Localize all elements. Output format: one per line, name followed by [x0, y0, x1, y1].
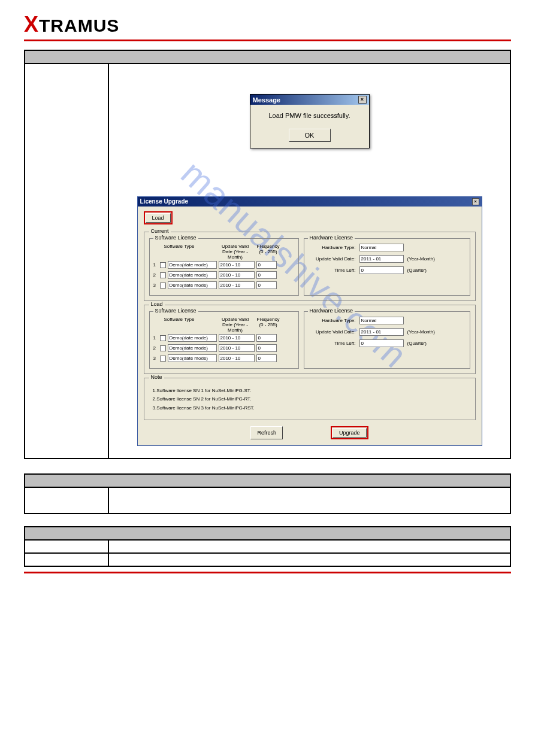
brand-row: XTRAMUS [24, 12, 511, 41]
col-type: Software Type [164, 244, 214, 260]
brand-logo: XTRAMUS [24, 16, 119, 35]
hw-year-month-unit: (Year-Month) [407, 329, 435, 335]
frequency-field[interactable]: 0 [256, 281, 277, 289]
software-type-field[interactable]: Demo(date mode) [168, 281, 217, 289]
software-row: 2 Demo(date mode) 2010 - 10 0 [153, 344, 295, 352]
message-titlebar: Message × [250, 95, 369, 105]
hw-time-label: Time Left: [308, 268, 356, 273]
valid-date-field[interactable]: 2010 - 10 [219, 354, 255, 362]
refresh-button[interactable]: Refresh [250, 426, 283, 439]
ok-button[interactable]: OK [289, 129, 331, 142]
upgrade-button[interactable]: Upgrade [333, 428, 367, 438]
hw-year-month-unit: (Year-Month) [407, 256, 435, 262]
software-type-field[interactable]: Demo(date mode) [168, 334, 217, 342]
brand-x: X [24, 12, 39, 37]
current-group-label: Current [149, 228, 171, 234]
hw-time-label: Time Left: [308, 341, 356, 346]
brand-rest: TRAMUS [39, 16, 119, 35]
note-line: 3.Software license SN 3 for NuSet-MiniPG… [153, 404, 467, 412]
hw-time-field[interactable]: 0 [359, 339, 404, 347]
content-table-2 [24, 473, 511, 514]
current-group: Current Software License Software Type U… [144, 232, 476, 301]
checkbox[interactable] [160, 345, 166, 351]
hw-date-field[interactable]: 2011 - 01 [359, 255, 404, 263]
valid-date-field[interactable]: 2010 - 10 [219, 344, 255, 352]
software-header-row: Software Type Update Valid Date (Year - … [153, 317, 295, 333]
note-line: 2.Software license SN 2 for NuSet-MiniPG… [153, 395, 467, 403]
software-header-row: Software Type Update Valid Date (Year - … [153, 244, 295, 260]
table-right-column [108, 540, 510, 553]
software-type-field[interactable]: Demo(date mode) [168, 344, 217, 352]
table-right-column [108, 487, 510, 514]
row-sn: 1 [153, 262, 158, 268]
hw-date-field[interactable]: 2011 - 01 [359, 328, 404, 336]
table-header-bar [25, 50, 510, 63]
col-date: Update Valid Date (Year - Month) [217, 317, 254, 333]
table-left-column [25, 540, 108, 553]
screenshot-area: Message × Load PMW file successfully. OK… [121, 76, 498, 446]
table-header-bar [25, 527, 510, 540]
table-left-column [25, 63, 108, 459]
table-left-column [25, 553, 108, 566]
software-type-field[interactable]: Demo(date mode) [168, 354, 217, 362]
frequency-field[interactable]: 0 [256, 261, 277, 269]
frequency-field[interactable]: 0 [256, 334, 277, 342]
close-icon[interactable]: × [358, 96, 367, 104]
hw-type-label: Hardware Type: [308, 318, 356, 323]
row-sn: 2 [153, 345, 158, 351]
row-sn: 1 [153, 335, 158, 341]
table-header-bar [25, 474, 510, 487]
frequency-field[interactable]: 0 [256, 271, 277, 279]
software-type-field[interactable]: Demo(date mode) [168, 261, 217, 269]
message-body: Load PMW file successfully. [250, 105, 369, 125]
load-group-label: Load [149, 301, 165, 307]
license-body: Load Current Software License [138, 207, 482, 445]
load-button[interactable]: Load [146, 213, 171, 223]
software-row: 3 Demo(date mode) 2010 - 10 0 [153, 281, 295, 289]
hw-date-label: Update Valid Date: [308, 256, 356, 262]
software-row: 1 Demo(date mode) 2010 - 10 0 [153, 334, 295, 342]
software-license-label: Software License [153, 308, 198, 314]
table-right-column: Message × Load PMW file successfully. OK… [108, 63, 510, 459]
hw-type-field[interactable]: Normal [359, 244, 404, 251]
software-license-label: Software License [153, 235, 198, 241]
frequency-field[interactable]: 0 [256, 344, 277, 352]
table-right-column [108, 553, 510, 566]
hw-type-field[interactable]: Normal [359, 317, 404, 324]
checkbox[interactable] [160, 262, 166, 268]
current-hardware-license: Hardware License Hardware Type: Normal U… [304, 238, 470, 296]
valid-date-field[interactable]: 2010 - 10 [219, 271, 255, 279]
row-sn: 3 [153, 283, 158, 288]
hw-quarter-unit: (Quarter) [407, 268, 427, 273]
hw-date-label: Update Valid Date: [308, 329, 356, 335]
dialog-button-row: Refresh Upgrade [144, 426, 476, 439]
hardware-license-label: Hardware License [308, 308, 355, 314]
valid-date-field[interactable]: 2010 - 10 [219, 281, 255, 289]
frequency-field[interactable]: 0 [256, 354, 277, 362]
col-freq: Frequency (0 - 255) [256, 317, 280, 333]
message-dialog: Message × Load PMW file successfully. OK [250, 94, 370, 148]
hw-type-label: Hardware Type: [308, 245, 356, 250]
checkbox[interactable] [160, 356, 166, 362]
software-type-field[interactable]: Demo(date mode) [168, 271, 217, 279]
footer-rule [24, 572, 511, 573]
license-titlebar: License Upgrade × [138, 197, 482, 207]
hw-time-field[interactable]: 0 [359, 266, 404, 274]
software-row: 3 Demo(date mode) 2010 - 10 0 [153, 354, 295, 362]
software-row: 2 Demo(date mode) 2010 - 10 0 [153, 271, 295, 279]
valid-date-field[interactable]: 2010 - 10 [219, 261, 255, 269]
note-group: Note 1.Software license SN 1 for NuSet-M… [144, 378, 476, 420]
table-left-column [25, 487, 108, 514]
checkbox[interactable] [160, 335, 166, 341]
hardware-license-label: Hardware License [308, 235, 355, 241]
col-freq: Frequency (0 - 255) [256, 244, 280, 260]
close-icon[interactable]: × [472, 198, 479, 205]
content-table-3 [24, 526, 511, 567]
col-type: Software Type [164, 317, 214, 333]
checkbox[interactable] [160, 272, 166, 278]
valid-date-field[interactable]: 2010 - 10 [219, 334, 255, 342]
note-group-label: Note [149, 374, 164, 380]
software-row: 1 Demo(date mode) 2010 - 10 0 [153, 261, 295, 269]
row-sn: 2 [153, 272, 158, 278]
checkbox[interactable] [160, 283, 166, 289]
